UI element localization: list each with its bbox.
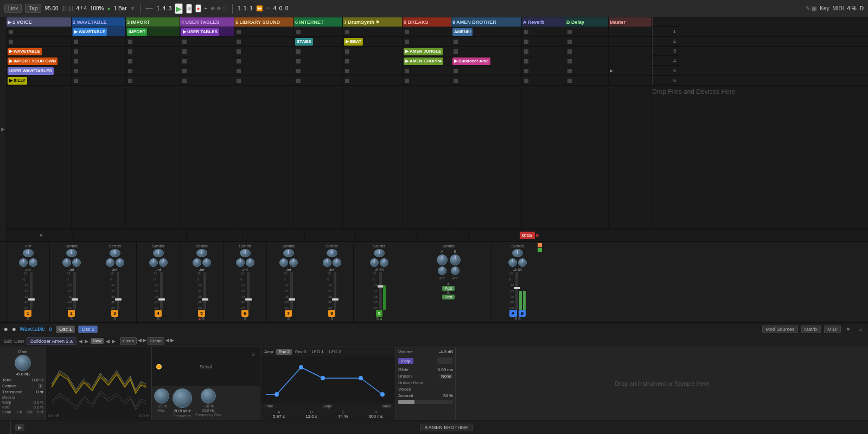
send-a-knob-5[interactable] — [196, 249, 207, 257]
ch-btn-4[interactable]: 4 — [155, 310, 161, 317]
post-b-button[interactable]: Post — [442, 295, 454, 299]
midi-label[interactable]: MIDI — [832, 5, 844, 11]
master-knob-a[interactable] — [512, 249, 523, 257]
ch-btn-7[interactable]: 7 — [285, 310, 291, 317]
clip-bulldozer[interactable]: ▶Bulldozer Ame — [452, 58, 490, 65]
lfo1-tab[interactable]: LFO 1 — [309, 349, 326, 355]
clip-3-8[interactable]: ▶AMEN JUNGLE — [403, 47, 451, 56]
clean-btn-1[interactable]: Clean — [120, 337, 137, 344]
send-b-knob-3[interactable] — [116, 258, 124, 267]
clip-4-9[interactable]: ▶Bulldozer Ame — [451, 56, 522, 66]
clean-btn-2[interactable]: Clean — [148, 337, 164, 344]
master-knob-small-a[interactable] — [508, 258, 517, 267]
raw-btn[interactable]: Raw — [91, 338, 104, 344]
raw-prev[interactable]: ◀ — [106, 339, 110, 344]
send-b-knob-8[interactable] — [333, 258, 341, 267]
preset-name[interactable]: Bulldozer Amen 2.a — [27, 337, 76, 345]
ch-btn-2[interactable]: 2 — [68, 310, 74, 317]
clip-1-2[interactable]: ▶WAVETABLE — [72, 27, 126, 36]
clip-amen-jungle[interactable]: ▶AMEN JUNGLE — [404, 48, 443, 55]
clip-2-7[interactable]: ▶BEAT — [343, 37, 403, 46]
track-header-1[interactable]: ▶1 VOICE — [7, 17, 72, 27]
clip-1-3[interactable]: IMPORT — [126, 27, 180, 36]
fader-3[interactable] — [117, 272, 119, 310]
close-inst-btn[interactable]: ✕ — [844, 327, 853, 332]
position-display[interactable]: 1. 4. 3 — [156, 5, 171, 11]
fader-7[interactable] — [290, 272, 293, 310]
clip-stabs[interactable]: STABS — [295, 38, 313, 46]
clip-user-wavetables[interactable]: USER WAVETABLES — [8, 67, 54, 75]
pan-knob-8[interactable] — [323, 258, 331, 267]
ch-btn-6[interactable]: 6 — [241, 310, 248, 317]
clip-wavetable-voice[interactable]: ▶WAVETABLE — [8, 48, 42, 55]
amp-tab[interactable]: Amp — [262, 349, 275, 355]
fader-4[interactable] — [160, 272, 163, 310]
drop-files-area[interactable]: Drop Files and Devices Here — [652, 88, 735, 95]
send-a-knob-2[interactable] — [66, 249, 77, 257]
clip-silly[interactable]: ▶SILLY — [8, 77, 27, 85]
pan-knob-3[interactable] — [106, 258, 114, 267]
send-b-knob-6[interactable] — [246, 258, 254, 267]
track-header-delay[interactable]: B Delay — [565, 17, 609, 27]
send-a-knob-3[interactable] — [110, 249, 120, 257]
clip-6-1[interactable]: ▶SILLY — [7, 76, 72, 85]
filter2-next[interactable]: ▶ — [170, 337, 174, 344]
send-b-knob-5[interactable] — [202, 258, 211, 267]
pan-knob-9[interactable] — [370, 258, 379, 267]
send-b-knob-9[interactable] — [380, 258, 388, 267]
master-btn-b[interactable]: B — [519, 310, 526, 317]
expand-inst-btn[interactable]: □ — [856, 327, 865, 332]
ch-btn-9[interactable]: 9 — [376, 310, 382, 317]
amount-slider[interactable] — [398, 400, 453, 404]
pan-knob-4[interactable] — [149, 258, 158, 267]
clip-wavetable[interactable]: ▶WAVETABLE — [73, 28, 107, 36]
track-header-7[interactable]: 7 DrumSynth⊕ — [343, 17, 403, 27]
fader-5[interactable] — [203, 272, 206, 310]
loop-length[interactable]: 1 Bar — [114, 5, 127, 11]
clip-4-8[interactable]: ▶AMEN CHOPPA — [403, 56, 451, 66]
clip-amen-choppa[interactable]: ▶AMEN CHOPPA — [404, 58, 443, 65]
clip-ameni[interactable]: AMENI!! — [452, 28, 473, 36]
clip-3-1[interactable]: ▶WAVETABLE — [7, 47, 72, 56]
time-sig[interactable]: 4 / 4 — [76, 5, 86, 11]
master-send-a-knob[interactable] — [437, 254, 448, 265]
play-button[interactable]: ▶ — [175, 3, 183, 14]
res-knob[interactable] — [154, 388, 169, 404]
clip-import-own[interactable]: ▶IMPORT YOUR OWN — [8, 58, 58, 65]
post-a-button[interactable]: Post — [442, 286, 454, 291]
send-a-knob-7[interactable] — [283, 249, 294, 257]
osc2-tab[interactable]: Osc 2 — [78, 326, 98, 333]
key-label[interactable]: Key — [820, 5, 829, 11]
octave-val[interactable]: 1 — [38, 384, 43, 388]
mod-sources-tab[interactable]: Mod Sources — [762, 326, 797, 333]
clip-5-1[interactable]: USER WAVETABLES — [7, 66, 72, 75]
fader-9[interactable] — [379, 272, 382, 310]
track-header-9[interactable]: 9 AMEN BROTHER — [451, 17, 522, 27]
link-button[interactable]: Link — [4, 4, 22, 13]
fader-2[interactable] — [73, 272, 76, 310]
tap-button[interactable]: Tap — [25, 4, 41, 13]
freq-res-knob[interactable] — [201, 388, 216, 404]
matrix-tab[interactable]: Matrix — [801, 326, 821, 333]
track-header-4[interactable]: 4 USER TABLES — [180, 17, 234, 27]
ch-btn-1[interactable]: 1 — [24, 310, 31, 317]
env3-tab[interactable]: Env 3 — [293, 349, 308, 355]
gain-knob[interactable] — [15, 355, 31, 371]
stop-button[interactable]: ■ — [186, 4, 192, 14]
lfo2-tab[interactable]: LFO 2 — [327, 349, 343, 355]
loop-start[interactable]: 1. 1. 1 — [238, 5, 253, 11]
master-fader[interactable] — [515, 272, 518, 310]
track-header-reverb[interactable]: A Reverb — [522, 17, 565, 27]
track-header-3[interactable]: 3 IMPORT — [126, 17, 180, 27]
clip-1-9[interactable]: AMENI!! — [451, 27, 522, 36]
fader-6[interactable] — [247, 272, 250, 310]
send-a-knob-1[interactable] — [23, 249, 34, 257]
env2-tab[interactable]: Env 2 — [276, 349, 291, 355]
freq-knob[interactable] — [173, 388, 192, 408]
clip-user-tables[interactable]: ▶USER TABLES — [181, 28, 219, 36]
master-send-a-small[interactable] — [438, 266, 446, 275]
send-a-knob-8[interactable] — [327, 249, 337, 257]
clip-4-1[interactable]: ▶IMPORT YOUR OWN — [7, 56, 72, 66]
send-b-knob-2[interactable] — [72, 258, 81, 267]
pan-knob-2[interactable] — [62, 258, 71, 267]
